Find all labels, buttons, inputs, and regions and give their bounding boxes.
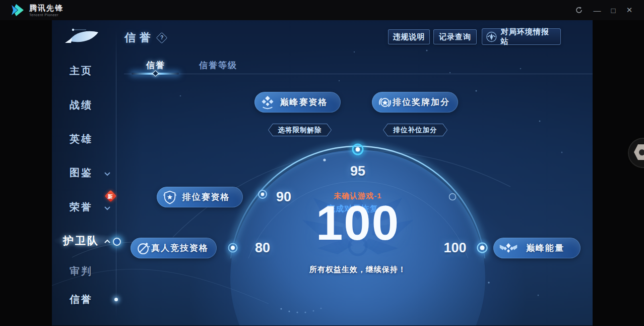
peak-energy-badge[interactable]: 巅峰能量 <box>493 238 581 258</box>
divider-glow-node <box>113 238 121 246</box>
violation-info-button[interactable]: 违规说明 <box>388 29 430 44</box>
status-text: 所有权益生效，继续保持！ <box>267 265 448 275</box>
ranked-qualification-badge[interactable]: 排位赛资格 <box>157 187 243 207</box>
badge-label: 排位奖牌加分 <box>393 96 458 108</box>
app-logo: 腾讯先锋 Tencent Pioneer <box>10 3 63 18</box>
chevron-down-icon <box>104 205 111 210</box>
tab-credit[interactable]: 信誉 <box>140 60 171 71</box>
intel-badge-icon <box>485 30 498 43</box>
minimize-button[interactable]: — <box>590 0 605 20</box>
app-subtitle: Tencent Pioneer <box>29 13 63 17</box>
peak-tournament-badge[interactable]: 巅峰赛资格 <box>254 92 341 113</box>
refresh-icon <box>575 6 583 14</box>
floating-assistant-button[interactable] <box>626 136 644 169</box>
sidebar-item-judgement[interactable]: 审判 <box>52 264 110 278</box>
page-title: 信誉 <box>124 30 155 45</box>
medal-star-icon <box>377 95 393 110</box>
chevron-up-icon <box>104 239 111 244</box>
hexagon-nut-hole <box>639 149 644 155</box>
gauge-node-95 <box>349 141 366 158</box>
real-player-icon <box>136 241 151 256</box>
badge-label: 排位赛资格 <box>177 191 243 203</box>
winged-diamond-icon <box>499 242 518 255</box>
maximize-button[interactable]: □ <box>606 0 621 20</box>
pick-restriction-chip[interactable]: 选将限制解除 <box>268 124 332 136</box>
divider-dot <box>114 298 118 301</box>
sidebar-item-guard[interactable]: 护卫队 <box>52 234 110 248</box>
chip-label: 排位补位加分 <box>394 126 437 135</box>
tab-baseline <box>124 74 593 74</box>
game-viewport: 主页 战绩 英雄 图鉴 荣誉 护卫队 审判 信誉 新 信誉 ? 违规说明 记录查… <box>52 20 593 325</box>
close-button[interactable]: ✕ <box>622 0 637 20</box>
titlebar: 腾讯先锋 Tencent Pioneer — □ ✕ <box>0 0 644 20</box>
rank-medal-bonus-badge[interactable]: 排位奖牌加分 <box>372 92 458 113</box>
refresh-button[interactable] <box>571 0 587 20</box>
app-window: 腾讯先锋 Tencent Pioneer — □ ✕ <box>0 0 644 326</box>
sidebar-item-gallery[interactable]: 图鉴 <box>52 166 110 180</box>
shield-star-icon <box>162 190 177 205</box>
back-arrow-icon[interactable] <box>63 27 101 46</box>
app-name: 腾讯先锋 <box>29 4 63 12</box>
sidebar-divider <box>116 28 116 320</box>
match-intel-button[interactable]: 对局环境情报站 <box>482 28 561 45</box>
badge-label: 巅峰能量 <box>518 242 581 254</box>
badge-label: 真人竞技资格 <box>151 242 217 254</box>
credit-gauge <box>52 20 593 325</box>
sidebar-item-heroes[interactable]: 英雄 <box>52 132 110 146</box>
gauge-node-80 <box>226 241 240 255</box>
tencent-pioneer-logo-icon <box>10 3 25 18</box>
sidebar-item-honor[interactable]: 荣誉 <box>52 200 110 214</box>
diamond-cluster-icon <box>260 95 275 110</box>
real-player-qualification-badge[interactable]: 真人竞技资格 <box>131 238 217 258</box>
credit-score-value: 100 <box>267 196 448 250</box>
sidebar-item-credit[interactable]: 信誉 <box>52 292 110 306</box>
gauge-marker-95: 95 <box>338 164 378 179</box>
chip-label: 选将限制解除 <box>278 126 322 135</box>
badge-label: 巅峰赛资格 <box>275 96 341 108</box>
gauge-node-100 <box>475 240 490 255</box>
sidebar-item-records[interactable]: 战绩 <box>52 98 110 112</box>
sidebar-item-home[interactable]: 主页 <box>52 64 110 78</box>
tab-credit-level[interactable]: 信誉等级 <box>195 60 241 71</box>
rank-fill-bonus-chip[interactable]: 排位补位加分 <box>383 124 447 136</box>
record-query-button[interactable]: 记录查询 <box>433 29 477 44</box>
chevron-down-icon <box>104 171 111 176</box>
